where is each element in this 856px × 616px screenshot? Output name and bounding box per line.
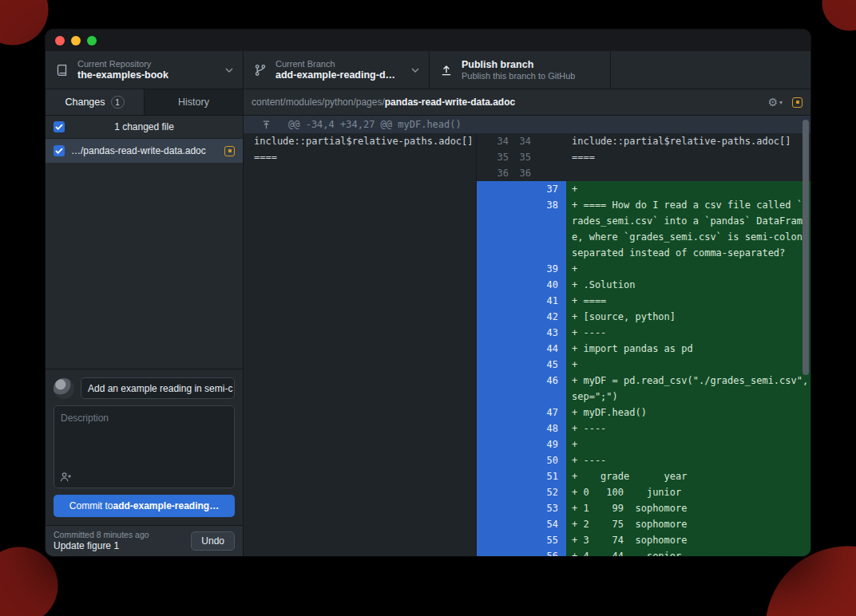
diff-row[interactable]: 55+ 3 74 sophomore xyxy=(244,532,810,548)
changed-files-count-label: 1 changed file xyxy=(65,121,224,132)
diff-line-gutter[interactable]: 49 xyxy=(477,436,566,452)
diff-row[interactable]: 48+ ---- xyxy=(244,421,810,436)
commit-button[interactable]: Commit to add-example-reading… xyxy=(54,495,235,517)
diff-line-gutter[interactable]: 44 xyxy=(477,341,566,357)
new-line-number: 34 xyxy=(509,133,531,149)
diff-row[interactable]: 40+ .Solution xyxy=(244,277,810,293)
diff-line-gutter[interactable]: 55 xyxy=(477,532,566,548)
current-repository-name: the-examples-book xyxy=(77,69,168,81)
diff-line-gutter[interactable]: 46 xyxy=(477,373,566,405)
file-include-checkbox[interactable] xyxy=(54,145,65,156)
changed-file-row[interactable]: …/pandas-read-write-data.adoc xyxy=(46,139,243,163)
undo-button[interactable]: Undo xyxy=(191,531,235,551)
diff-old-text xyxy=(244,261,477,277)
diff-row[interactable]: 49+ xyxy=(244,436,810,452)
diff-row[interactable]: 41+ ==== xyxy=(244,293,810,309)
diff-old-text xyxy=(244,309,477,325)
current-branch-dropdown[interactable]: Current Branch add-example-reading-d… xyxy=(244,51,430,89)
minimize-window-button[interactable] xyxy=(71,36,81,45)
diff-line-gutter[interactable]: 48 xyxy=(477,421,566,436)
diff-line-content: + xyxy=(566,436,810,452)
zoom-window-button[interactable] xyxy=(87,36,97,45)
diff-line-gutter[interactable]: 38 xyxy=(477,197,566,261)
new-line-number: 54 xyxy=(477,516,566,532)
new-line-number: 42 xyxy=(477,309,566,325)
app-toolbar: Current Repository the-examples-book Cur… xyxy=(46,51,810,89)
commit-description-input[interactable]: Description xyxy=(54,405,235,488)
diff-row[interactable]: 56+ 4 44 senior xyxy=(244,548,810,556)
diff-options-button[interactable]: ⚙▾ xyxy=(767,96,783,109)
diff-old-text xyxy=(244,293,477,309)
diff-line-gutter[interactable]: 3535 xyxy=(477,149,566,165)
diff-row[interactable]: 3636 xyxy=(244,165,810,181)
desktop-background: Current Repository the-examples-book Cur… xyxy=(0,0,856,616)
diff-line-content: include::partial$relative-paths.adoc[] xyxy=(566,133,810,149)
diff-old-text xyxy=(244,197,477,261)
diff-line-gutter[interactable]: 41 xyxy=(477,293,566,309)
tab-changes[interactable]: Changes 1 xyxy=(46,89,144,115)
caret-down-icon: ▾ xyxy=(779,99,783,106)
expand-hunk-button[interactable] xyxy=(244,120,288,130)
diff-row[interactable]: 39+ xyxy=(244,261,810,277)
old-line-number: 34 xyxy=(477,133,509,149)
diff-line-gutter[interactable]: 47 xyxy=(477,405,566,421)
diff-line-gutter[interactable]: 56 xyxy=(477,548,566,556)
diff-row[interactable]: 51+ grade year xyxy=(244,468,810,484)
diff-row[interactable]: 46+ myDF = pd.read_csv("./grades_semi.cs… xyxy=(244,373,810,405)
diff-row[interactable]: 45+ xyxy=(244,357,810,373)
diff-line-content: + ---- xyxy=(566,325,810,341)
diff-row[interactable]: ====3535==== xyxy=(244,149,810,165)
diff-row[interactable]: 38+ ==== How do I read a csv file called… xyxy=(244,197,810,261)
old-line-number: 35 xyxy=(477,149,509,165)
new-line-number: 50 xyxy=(477,452,566,468)
diff-hunk-header-text: @@ -34,4 +34,27 @@ myDF.head() xyxy=(288,119,462,130)
diff-old-text xyxy=(244,436,477,452)
new-line-number: 45 xyxy=(477,357,566,373)
publish-branch-title: Publish branch xyxy=(462,59,575,71)
diff-old-text xyxy=(244,421,477,436)
new-line-number: 53 xyxy=(477,500,566,516)
diff-line-gutter[interactable]: 39 xyxy=(477,261,566,277)
diff-line-gutter[interactable]: 45 xyxy=(477,357,566,373)
diff-line-gutter[interactable]: 50 xyxy=(477,452,566,468)
close-window-button[interactable] xyxy=(55,36,65,45)
include-all-checkbox[interactable] xyxy=(54,121,65,132)
diff-body: @@ -34,4 +34,27 @@ myDF.head() include::… xyxy=(244,116,810,556)
diff-row[interactable]: 42+ [source, python] xyxy=(244,309,810,325)
diff-row[interactable]: 54+ 2 75 sophomore xyxy=(244,516,810,532)
diff-row[interactable]: 43+ ---- xyxy=(244,325,810,341)
diff-row[interactable]: 44+ import pandas as pd xyxy=(244,341,810,357)
commit-summary-input[interactable]: Add an example reading in semi-c xyxy=(81,377,235,399)
diff-line-gutter[interactable]: 3636 xyxy=(477,165,566,181)
diff-line-gutter[interactable]: 42 xyxy=(477,309,566,325)
diff-row[interactable]: 52+ 0 100 junior xyxy=(244,484,810,500)
diff-row[interactable]: include::partial$relative-paths.adoc[]34… xyxy=(244,133,810,149)
diff-line-gutter[interactable]: 52 xyxy=(477,484,566,500)
diff-line-content: + import pandas as pd xyxy=(566,341,810,357)
modified-status-icon xyxy=(792,97,802,108)
commit-form: Add an example reading in semi-c Descrip… xyxy=(46,369,243,525)
diff-line-gutter[interactable]: 37 xyxy=(477,181,566,197)
diff-line-gutter[interactable]: 51 xyxy=(477,468,566,484)
publish-branch-button[interactable]: Publish branch Publish this branch to Gi… xyxy=(430,51,611,89)
diff-line-content: + 1 99 sophomore xyxy=(566,500,810,516)
diff-line-gutter[interactable]: 43 xyxy=(477,325,566,341)
diff-old-text xyxy=(244,325,477,341)
diff-row[interactable]: 47+ myDF.head() xyxy=(244,405,810,421)
last-commit-message: Update figure 1 xyxy=(54,540,191,552)
diff-line-gutter[interactable]: 54 xyxy=(477,516,566,532)
user-avatar xyxy=(54,378,74,399)
diff-line-gutter[interactable]: 53 xyxy=(477,500,566,516)
diff-line-gutter[interactable]: 40 xyxy=(477,277,566,293)
tab-history[interactable]: History xyxy=(144,89,243,115)
current-repository-dropdown[interactable]: Current Repository the-examples-book xyxy=(46,51,244,89)
diff-row[interactable]: 37+ xyxy=(244,181,810,197)
diff-row[interactable]: 53+ 1 99 sophomore xyxy=(244,500,810,516)
window-titlebar[interactable] xyxy=(46,30,810,51)
diff-row[interactable]: 50+ ---- xyxy=(244,452,810,468)
scrollbar-thumb[interactable] xyxy=(802,120,809,375)
diff-line-gutter[interactable]: 3434 xyxy=(477,133,566,149)
add-coauthor-icon[interactable] xyxy=(60,472,72,483)
new-line-number: 38 xyxy=(477,197,566,213)
diff-line-content: + 2 75 sophomore xyxy=(566,516,810,532)
